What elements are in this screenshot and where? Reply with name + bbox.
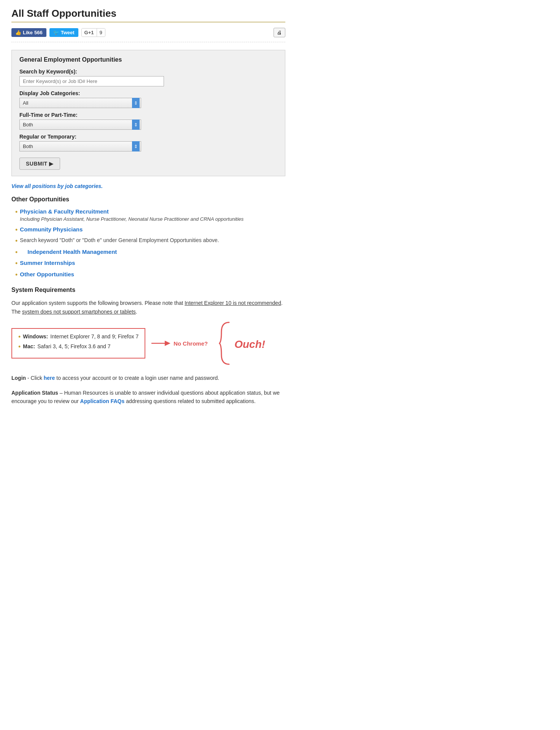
regular-label: Regular or Temporary:: [19, 134, 277, 140]
gplus-count: 9: [97, 29, 105, 37]
summer-link[interactable]: Summer Internships: [20, 260, 75, 266]
app-status-text2: addressing questions related to submitte…: [124, 398, 256, 404]
category-label: Display Job Categories:: [19, 90, 277, 96]
search-form-heading: General Employment Opportunities: [19, 56, 277, 63]
mac-details: Safari 3, 4, 5; Firefox 3.6 and 7: [37, 343, 110, 349]
submit-button[interactable]: SUBMIT ▶: [19, 158, 60, 170]
app-status-label: Application Status: [11, 390, 58, 396]
regular-select-wrapper: Both: [19, 141, 141, 151]
title-divider: [11, 22, 285, 22]
physician-desc: Including Physician Assistant, Nurse Pra…: [20, 215, 243, 223]
list-item: Other Opportunities: [15, 271, 285, 279]
login-text1: - Click: [26, 375, 44, 381]
ie-warning-link[interactable]: Internet Explorer 10 is not recommended: [185, 300, 281, 306]
app-status-section: Application Status – Human Resources is …: [11, 389, 285, 406]
regular-select[interactable]: Both: [19, 141, 141, 151]
svg-marker-1: [165, 341, 170, 346]
req-annotation-row: Windows: Internet Explorer 7, 8 and 9; F…: [11, 320, 285, 366]
tweet-button[interactable]: 🐦 Tweet: [49, 28, 78, 37]
curly-brace-icon: [218, 320, 233, 366]
login-text2: to access your account or to create a lo…: [55, 375, 219, 381]
gplus-label: G+1: [82, 29, 97, 37]
regular-group: Regular or Temporary: Both: [19, 134, 277, 151]
keyword-group: Search by Keyword(s):: [19, 69, 277, 86]
keyword-label: Search by Keyword(s):: [19, 69, 277, 75]
mac-req: Mac: Safari 3, 4, 5; Firefox 3.6 and 7: [18, 343, 138, 351]
no-chrome-annotation: No Chrome?: [151, 336, 208, 351]
smartphone-warning-link[interactable]: system does not support smartphones or t…: [22, 309, 136, 315]
other-opps-heading: Other Opportunities: [11, 196, 285, 203]
opp-item-physician: Physician & Faculty Recruitment Includin…: [20, 208, 243, 223]
like-label: Like: [23, 30, 33, 35]
keyword-input[interactable]: [19, 76, 164, 86]
ouch-label: Ouch!: [234, 338, 265, 351]
other-opportunities-section: Other Opportunities Physician & Faculty …: [11, 196, 285, 279]
login-label: Login: [11, 375, 26, 381]
search-form-container: General Employment Opportunities Search …: [11, 50, 285, 176]
opp-list: Physician & Faculty Recruitment Includin…: [11, 208, 285, 279]
view-all-link[interactable]: View all positions by job categories.: [11, 183, 285, 189]
system-req-heading: System Requirements: [11, 287, 285, 293]
end-text: .: [136, 309, 137, 315]
system-req-section: System Requirements Our application syst…: [11, 287, 285, 366]
fulltime-select-wrapper: Both: [19, 120, 141, 130]
print-button[interactable]: 🖨: [274, 28, 285, 37]
no-chrome-label: No Chrome?: [173, 340, 208, 347]
search-note-text: Search keyword "Doth" or "Doth e" under …: [20, 237, 219, 243]
community-link[interactable]: Community Physicians: [20, 226, 83, 233]
arrow-right-icon: [151, 336, 170, 351]
category-select-wrapper: All: [19, 98, 141, 108]
opp-item-community: Community Physicians: [20, 226, 83, 233]
social-bar: 👍 Like 566 🐦 Tweet G+1 9 🖨: [11, 28, 285, 42]
twitter-icon: 🐦: [53, 30, 59, 35]
windows-req: Windows: Internet Explorer 7, 8 and 9; F…: [18, 333, 138, 341]
thumbs-up-icon: 👍: [15, 30, 21, 35]
windows-details: Internet Explorer 7, 8 and 9; Firefox 7: [50, 333, 138, 339]
app-faq-link[interactable]: Application FAQs: [80, 398, 125, 404]
intro-text: Our application system supports the foll…: [11, 300, 185, 306]
fulltime-group: Full-Time or Part-Time: Both: [19, 112, 277, 130]
printer-icon: 🖨: [277, 30, 282, 35]
physician-link[interactable]: Physician & Faculty Recruitment: [20, 208, 108, 215]
ihm-link[interactable]: Independent Health Management: [27, 249, 117, 255]
windows-label: Windows:: [23, 333, 48, 339]
list-item: Community Physicians: [15, 226, 285, 234]
list-item: Physician & Faculty Recruitment Includin…: [15, 208, 285, 223]
list-item: Summer Internships: [15, 260, 285, 268]
gplus-button[interactable]: G+1 9: [81, 28, 105, 37]
mac-label: Mac:: [23, 343, 35, 349]
other-opps-link[interactable]: Other Opportunities: [20, 271, 74, 277]
browser-req-box: Windows: Internet Explorer 7, 8 and 9; F…: [11, 328, 145, 359]
system-req-intro: Our application system supports the foll…: [11, 299, 285, 316]
fulltime-select[interactable]: Both: [19, 120, 141, 130]
category-group: Display Job Categories: All: [19, 90, 277, 108]
login-here-link[interactable]: here: [44, 375, 55, 381]
fulltime-label: Full-Time or Part-Time:: [19, 112, 277, 118]
opp-item-note: Search keyword "Doth" or "Doth e" under …: [20, 237, 219, 243]
ouch-annotation: Ouch!: [218, 320, 265, 366]
category-select[interactable]: All: [19, 98, 141, 108]
page-title: All Staff Opportunities: [11, 8, 285, 19]
like-count: 566: [34, 30, 43, 35]
browser-list: Windows: Internet Explorer 7, 8 and 9; F…: [18, 333, 138, 351]
login-section: Login - Click here to access your accoun…: [11, 374, 285, 382]
list-item: Independent Health Management: [15, 249, 285, 257]
like-button[interactable]: 👍 Like 566: [11, 28, 46, 37]
list-item: Search keyword "Doth" or "Doth e" under …: [15, 237, 285, 245]
tweet-label: Tweet: [61, 30, 75, 35]
opp-item-ihm: Independent Health Management: [20, 249, 117, 255]
